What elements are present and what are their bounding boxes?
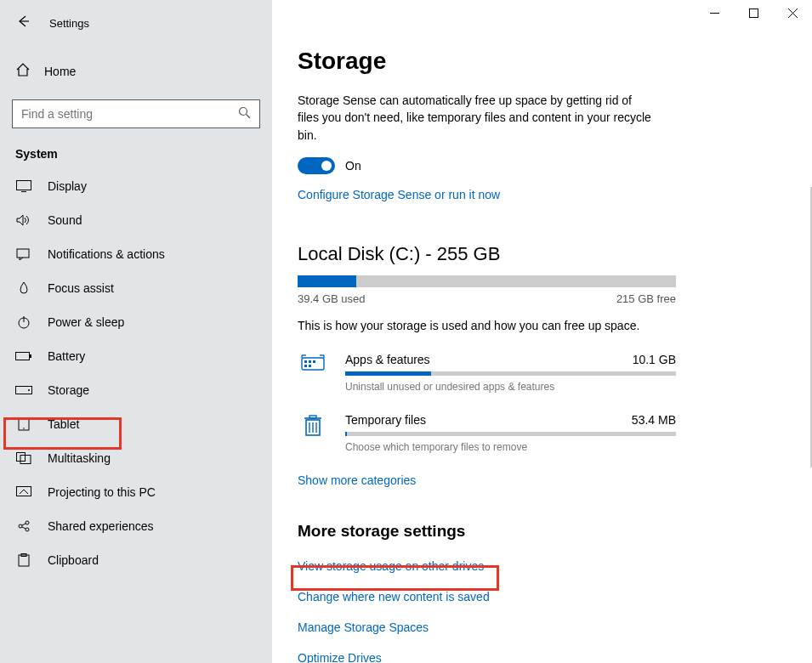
multitasking-icon (15, 452, 32, 464)
link-change-where-saved[interactable]: Change where new content is saved (298, 585, 490, 609)
svg-point-17 (23, 428, 25, 429)
sidebar-section-label: System (0, 128, 272, 169)
sidebar-item-focus-assist[interactable]: Focus assist (0, 271, 272, 305)
more-storage-settings-title: More storage settings (298, 522, 791, 541)
link-view-other-drives[interactable]: View storage usage on other drives (298, 554, 484, 578)
svg-rect-33 (309, 365, 311, 367)
trash-icon (298, 413, 328, 453)
storage-sense-description: Storage Sense can automatically free up … (298, 92, 655, 144)
usage-description: This is how your storage is used and how… (298, 319, 791, 332)
sidebar-item-projecting[interactable]: Projecting to this PC (0, 475, 272, 509)
storage-sense-toggle[interactable] (298, 157, 335, 174)
disk-usage-bar (298, 275, 676, 287)
sidebar-item-label: Notifications & actions (48, 247, 165, 261)
battery-icon (15, 351, 32, 361)
sidebar-item-multitasking[interactable]: Multitasking (0, 441, 272, 475)
svg-rect-7 (17, 181, 31, 190)
sidebar-item-label: Shared experiences (48, 519, 154, 533)
display-icon (15, 180, 32, 192)
storage-icon (15, 386, 32, 394)
category-bar (345, 371, 676, 376)
sidebar-item-battery[interactable]: Battery (0, 339, 272, 373)
svg-rect-12 (16, 353, 30, 360)
search-input[interactable] (21, 107, 238, 121)
focus-assist-icon (15, 281, 32, 295)
power-icon (15, 315, 32, 329)
svg-rect-32 (304, 365, 307, 367)
link-manage-storage-spaces[interactable]: Manage Storage Spaces (298, 615, 429, 639)
back-arrow-icon (15, 14, 31, 33)
search-input-wrapper[interactable] (12, 99, 260, 128)
sidebar-item-label: Display (48, 179, 87, 193)
apps-icon (298, 353, 328, 393)
app-name: Settings (49, 17, 89, 30)
category-subtitle: Choose which temporary files to remove (345, 441, 676, 453)
home-icon (15, 62, 31, 81)
notifications-icon (15, 248, 32, 260)
maximize-button[interactable] (734, 0, 773, 26)
svg-point-23 (26, 528, 29, 531)
back-button[interactable]: Settings (12, 10, 260, 37)
home-label: Home (44, 65, 76, 78)
sidebar: Settings Home System Display Sound Notif (0, 0, 272, 663)
svg-rect-29 (304, 360, 307, 363)
svg-point-5 (240, 107, 247, 115)
storage-category-apps[interactable]: Apps & features 10.1 GB Uninstall unused… (298, 353, 676, 393)
storage-category-temp[interactable]: Temporary files 53.4 MB Choose which tem… (298, 413, 676, 453)
svg-rect-20 (17, 487, 31, 496)
show-more-categories-link[interactable]: Show more categories (298, 473, 416, 487)
sidebar-item-storage[interactable]: Storage (0, 373, 272, 407)
sidebar-item-shared-experiences[interactable]: Shared experiences (0, 509, 272, 543)
sidebar-item-tablet[interactable]: Tablet (0, 407, 272, 441)
sidebar-item-label: Storage (48, 383, 89, 397)
svg-point-21 (19, 524, 22, 528)
disk-used-label: 39.4 GB used (298, 292, 366, 305)
minimize-button[interactable] (695, 0, 734, 26)
sidebar-item-label: Projecting to this PC (48, 485, 156, 499)
sidebar-item-power-sleep[interactable]: Power & sleep (0, 305, 272, 339)
category-size: 53.4 MB (632, 413, 676, 427)
close-button[interactable] (773, 0, 812, 26)
configure-storage-sense-link[interactable]: Configure Storage Sense or run it now (298, 188, 500, 201)
svg-rect-28 (302, 358, 324, 370)
link-optimize-drives[interactable]: Optimize Drives (298, 646, 382, 663)
projecting-icon (15, 486, 32, 498)
category-subtitle: Uninstall unused or undesired apps & fea… (345, 381, 676, 393)
svg-point-22 (26, 521, 29, 524)
category-bar (345, 432, 676, 436)
svg-rect-30 (309, 360, 311, 363)
svg-line-25 (22, 527, 26, 529)
sidebar-item-label: Multitasking (48, 451, 111, 465)
sidebar-item-label: Power & sleep (48, 315, 124, 329)
sidebar-item-label: Battery (48, 349, 85, 363)
svg-line-24 (22, 524, 26, 525)
sidebar-item-label: Clipboard (48, 553, 99, 567)
svg-rect-31 (313, 360, 315, 363)
search-icon (238, 106, 251, 122)
sidebar-item-label: Focus assist (48, 281, 114, 295)
sidebar-item-label: Sound (48, 213, 82, 227)
clipboard-icon (15, 553, 32, 567)
svg-point-15 (28, 389, 30, 391)
tablet-icon (15, 417, 32, 431)
category-name: Apps & features (345, 353, 430, 366)
svg-rect-40 (309, 416, 316, 418)
page-title: Storage (298, 48, 791, 75)
category-name: Temporary files (345, 413, 426, 427)
sidebar-list: Display Sound Notifications & actions Fo… (0, 169, 272, 577)
sound-icon (15, 214, 32, 226)
sidebar-item-sound[interactable]: Sound (0, 203, 272, 237)
main-content: Storage Storage Sense can automatically … (272, 0, 812, 663)
sidebar-item-display[interactable]: Display (0, 169, 272, 203)
sidebar-item-label: Tablet (48, 417, 79, 431)
svg-rect-9 (17, 249, 29, 258)
toggle-state-label: On (345, 159, 361, 173)
sidebar-item-clipboard[interactable]: Clipboard (0, 543, 272, 577)
disk-free-label: 215 GB free (616, 292, 676, 305)
sidebar-item-notifications[interactable]: Notifications & actions (0, 237, 272, 271)
home-button[interactable]: Home (12, 55, 260, 88)
svg-rect-1 (749, 8, 758, 17)
disk-title: Local Disk (C:) - 255 GB (298, 243, 791, 265)
svg-line-6 (247, 114, 251, 118)
svg-rect-13 (30, 354, 31, 358)
